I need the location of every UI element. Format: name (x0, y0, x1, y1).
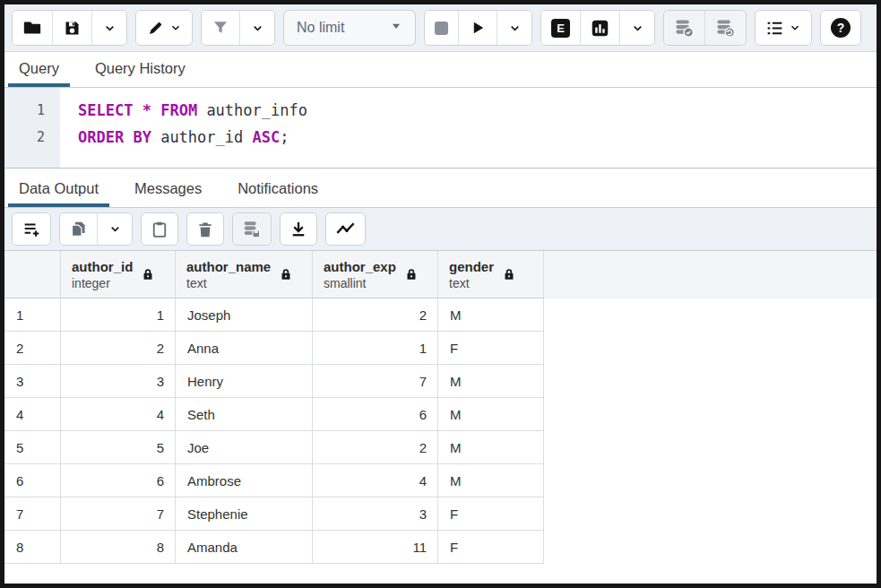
row-number-cell[interactable]: 3 (4, 365, 61, 398)
explain-button-group: E (540, 10, 655, 46)
paste-button[interactable] (142, 213, 177, 245)
commit-button[interactable] (664, 11, 705, 45)
table-row: 1 1Joseph2M (4, 298, 877, 332)
help-button-group: ? (820, 10, 861, 46)
explain-button[interactable]: E (541, 11, 581, 45)
cell-author_name[interactable]: Joe (176, 431, 313, 464)
cell-author_id[interactable]: 5 (61, 431, 176, 464)
cell-author_id[interactable]: 7 (61, 497, 176, 531)
tab-messages[interactable]: Messages (124, 173, 212, 207)
cancel-query-button[interactable] (425, 11, 459, 45)
cell-author_exp[interactable]: 7 (313, 365, 438, 398)
save-file-button[interactable] (53, 11, 92, 45)
cell-gender[interactable]: F (438, 497, 544, 531)
dropdown-arrow-icon (390, 20, 402, 36)
cell-author_name[interactable]: Joseph (176, 298, 313, 332)
column-header-gender[interactable]: gender text (438, 251, 544, 298)
cell-gender[interactable]: M (438, 398, 544, 431)
column-header-author_id[interactable]: author_id integer (61, 251, 176, 298)
cell-author_id[interactable]: 6 (61, 464, 176, 497)
cell-gender[interactable]: F (438, 531, 544, 564)
table-row: 4 4Seth6M (4, 398, 877, 431)
cell-gender[interactable]: M (438, 431, 544, 464)
edit-dropdown-button[interactable] (136, 11, 192, 45)
copy-options-dropdown[interactable] (98, 213, 132, 245)
graph-visualiser-button[interactable] (326, 213, 365, 245)
explain-analyze-icon (591, 19, 609, 38)
row-number-cell[interactable]: 4 (4, 398, 61, 431)
filter-button[interactable] (202, 11, 240, 45)
paste-icon (151, 220, 168, 238)
row-number-cell[interactable]: 1 (4, 298, 61, 332)
help-button[interactable]: ? (821, 11, 860, 45)
sql-line[interactable]: ORDER BY author_id ASC; (78, 124, 877, 151)
transaction-button-group (663, 10, 747, 46)
cell-author_id[interactable]: 1 (61, 298, 176, 332)
cell-author_id[interactable]: 3 (61, 365, 176, 398)
sql-editor[interactable]: 12 SELECT * FROM author_infoORDER BY aut… (4, 88, 877, 168)
delete-row-button[interactable] (187, 213, 223, 245)
column-header-author_exp[interactable]: author_exp smallint (313, 251, 438, 298)
cell-gender[interactable]: M (438, 298, 544, 332)
chevron-down-icon (103, 22, 117, 35)
save-options-dropdown[interactable] (92, 11, 126, 45)
chevron-down-icon (251, 22, 264, 35)
cell-author_exp[interactable]: 11 (313, 531, 438, 564)
sql-line[interactable]: SELECT * FROM author_info (78, 97, 877, 124)
cell-author_exp[interactable]: 1 (313, 332, 438, 365)
paste-group (141, 212, 178, 246)
tab-data-output[interactable]: Data Output (8, 173, 109, 207)
select-all-corner-cell[interactable] (4, 251, 61, 298)
save-icon (63, 19, 82, 38)
add-row-button[interactable] (13, 213, 50, 245)
cell-author_id[interactable]: 8 (61, 531, 176, 564)
tab-notifications[interactable]: Notifications (227, 173, 329, 207)
column-header-author_name[interactable]: author_name text (176, 251, 313, 298)
execute-query-button[interactable] (459, 11, 497, 45)
row-limit-select[interactable]: No limit (283, 10, 416, 46)
line-number: 2 (4, 124, 60, 151)
cell-gender[interactable]: M (438, 365, 544, 398)
cell-gender[interactable]: M (438, 464, 544, 497)
save-data-changes-button[interactable] (233, 213, 271, 245)
explain-analyze-button[interactable] (581, 11, 620, 45)
download-csv-button[interactable] (281, 213, 316, 245)
sql-code-area[interactable]: SELECT * FROM author_infoORDER BY author… (60, 88, 877, 168)
cell-author_name[interactable]: Seth (176, 398, 313, 431)
row-number-cell[interactable]: 5 (4, 431, 61, 464)
cell-author_exp[interactable]: 3 (313, 497, 438, 531)
row-number-cell[interactable]: 8 (4, 531, 61, 564)
row-number-cell[interactable]: 7 (4, 497, 61, 531)
macros-dropdown-button[interactable] (756, 11, 811, 45)
table-row: 7 7Stephenie3F (4, 497, 877, 531)
cell-author_exp[interactable]: 4 (313, 464, 438, 497)
graph-line-icon (335, 219, 356, 239)
explain-options-dropdown[interactable] (620, 11, 654, 45)
table-row: 3 3Henry7M (4, 365, 877, 398)
cell-author_name[interactable]: Anna (176, 332, 313, 365)
cell-author_exp[interactable]: 6 (313, 398, 438, 431)
tab-query-history[interactable]: Query History (84, 53, 196, 87)
chevron-down-icon (631, 22, 644, 35)
cell-gender[interactable]: F (438, 332, 544, 365)
chevron-down-icon (108, 222, 122, 236)
graph-group (325, 212, 366, 246)
copy-button[interactable] (60, 213, 98, 245)
cell-author_name[interactable]: Henry (176, 365, 313, 398)
row-number-cell[interactable]: 2 (4, 332, 61, 365)
rollback-button[interactable] (705, 11, 746, 45)
cell-author_name[interactable]: Amanda (176, 531, 313, 564)
tab-query[interactable]: Query (8, 53, 70, 87)
row-number-cell[interactable]: 6 (4, 464, 61, 497)
cell-author_id[interactable]: 2 (61, 332, 176, 365)
execute-options-dropdown[interactable] (497, 11, 531, 45)
filter-options-dropdown[interactable] (240, 11, 274, 45)
stop-icon (435, 22, 448, 35)
open-file-button[interactable] (13, 11, 53, 45)
cell-author_name[interactable]: Stephenie (176, 497, 313, 531)
cell-author_exp[interactable]: 2 (313, 431, 438, 464)
cell-author_name[interactable]: Ambrose (176, 464, 313, 497)
chevron-down-icon (169, 22, 182, 34)
cell-author_exp[interactable]: 2 (313, 298, 438, 332)
cell-author_id[interactable]: 4 (61, 398, 176, 431)
